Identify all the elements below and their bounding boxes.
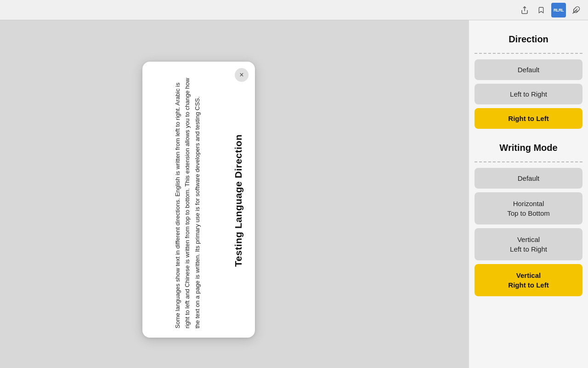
writing-mode-title: Writing Mode xyxy=(475,136,582,160)
modal-card: × Some languages show text in different … xyxy=(142,62,255,338)
share-icon[interactable] xyxy=(518,4,531,17)
close-button[interactable]: × xyxy=(235,68,249,82)
direction-title: Direction xyxy=(475,28,582,51)
right-panel: Direction Default Left to Right Right to… xyxy=(469,20,588,368)
direction-ltr-button[interactable]: Left to Right xyxy=(475,84,582,104)
writing-mode-vertical-ltr-button[interactable]: VerticalLeft to Right xyxy=(475,228,582,260)
writing-mode-horizontal-button[interactable]: HorizontalTop to Bottom xyxy=(475,192,582,224)
extension-button[interactable]: RLRL xyxy=(551,3,566,17)
modal-body: Some languages show text in different di… xyxy=(173,73,202,328)
direction-divider xyxy=(475,53,582,54)
main-content: × Some languages show text in different … xyxy=(0,20,588,368)
browser-toolbar: RLRL xyxy=(0,0,588,20)
writing-mode-default-button[interactable]: Default xyxy=(475,168,582,189)
extensions-menu-icon[interactable] xyxy=(570,4,582,17)
direction-default-button[interactable]: Default xyxy=(475,59,582,80)
direction-rtl-button[interactable]: Right to Left xyxy=(475,108,582,129)
modal-title: Testing Language Direction xyxy=(233,134,244,267)
writing-mode-divider xyxy=(475,161,582,162)
writing-mode-vertical-rtl-button[interactable]: VerticalRight to Left xyxy=(475,264,582,296)
bookmark-icon[interactable] xyxy=(535,4,548,17)
